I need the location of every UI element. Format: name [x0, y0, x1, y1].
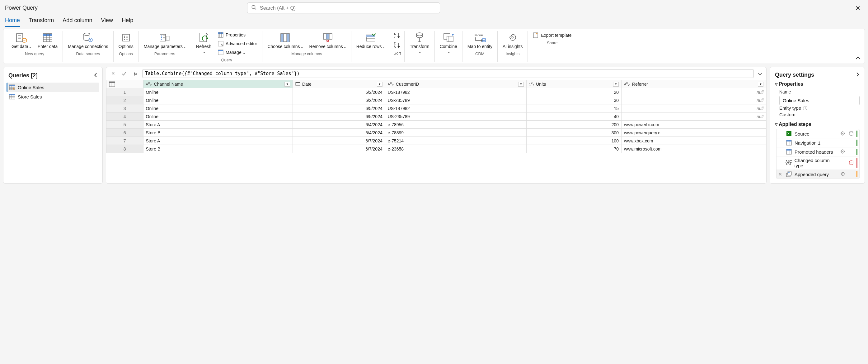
query-item[interactable]: Store Sales	[6, 92, 99, 101]
export-template-button[interactable]: Export template	[531, 31, 573, 39]
query-settings-expand-button[interactable]	[856, 72, 860, 78]
properties-section-toggle[interactable]: ▽ Properties	[775, 81, 860, 87]
row-number: 7	[106, 137, 144, 145]
ribbon-collapse-button[interactable]	[855, 55, 861, 61]
column-channel-name[interactable]: Channel Name	[154, 82, 183, 87]
sort-desc-button[interactable]: ZA	[393, 42, 401, 50]
step-database-icon[interactable]	[849, 160, 854, 166]
cell-customer: e-78956	[385, 121, 526, 129]
tab-help[interactable]: Help	[122, 17, 133, 27]
applied-step[interactable]: ✕ Promoted headers	[776, 147, 859, 156]
applied-step[interactable]: ✕ Appended query	[776, 170, 859, 178]
svg-text:X: X	[787, 132, 789, 136]
type-text-icon[interactable]: ABC	[388, 81, 394, 87]
chevron-down-icon: ▽	[775, 82, 777, 86]
info-icon[interactable]: i	[803, 106, 807, 110]
reduce-rows-icon	[365, 32, 377, 43]
ribbon-group-query: Query	[221, 58, 232, 62]
fx-icon[interactable]: fx	[131, 69, 140, 78]
tab-add-column[interactable]: Add column	[63, 17, 92, 27]
cell-customer: US-187982	[385, 104, 526, 112]
table-row[interactable]: 3 Online 6/5/2024 US-187982 15 null	[106, 104, 766, 112]
tab-view[interactable]: View	[101, 17, 113, 27]
query-item[interactable]: Online Sales	[6, 83, 99, 92]
manage-connections-button[interactable]: Manage connections	[66, 31, 110, 50]
svg-point-15	[90, 39, 91, 40]
close-button[interactable]: ✕	[853, 3, 863, 13]
step-settings-button[interactable]	[840, 171, 846, 177]
enter-data-button[interactable]: Enter data	[36, 31, 60, 50]
column-units[interactable]: Units	[536, 82, 546, 87]
table-row[interactable]: 5 Store A 6/4/2024 e-78956 200 www.power…	[106, 121, 766, 129]
column-filter-date[interactable]: ▼	[377, 82, 382, 87]
map-to-entity-button[interactable]: ∷∷ CDM Map to entity	[466, 31, 494, 50]
cell-customer: e-23658	[385, 145, 526, 153]
manage-button[interactable]: Manage ⌄	[216, 48, 259, 56]
table-row[interactable]: 8 Store B 6/7/2024 e-23658 70 www.micros…	[106, 145, 766, 153]
cell-customer: US-187982	[385, 88, 526, 96]
reduce-rows-button[interactable]: Reduce rows⌄	[354, 31, 387, 50]
step-database-icon[interactable]	[848, 131, 854, 137]
formula-input[interactable]	[145, 71, 751, 76]
options-button[interactable]: Options	[117, 31, 135, 50]
formula-cancel-button[interactable]: ✕	[108, 69, 117, 78]
manage-parameters-button[interactable]: Manage parameters⌄	[142, 31, 188, 50]
cell-referrer: www.powerquery.c...	[621, 129, 766, 137]
applied-steps-label: Applied steps	[779, 121, 811, 127]
table-row[interactable]: 7 Store A 6/7/2024 e-75214 100 www.xbox.…	[106, 137, 766, 145]
advanced-editor-button[interactable]: Advanced editor	[216, 39, 259, 48]
manage-connections-label: Manage connections	[68, 44, 108, 49]
sort-asc-button[interactable]: AZ	[393, 32, 401, 40]
type-text-icon[interactable]: ABC	[624, 81, 630, 87]
refresh-button[interactable]: Refresh⌄	[194, 31, 213, 55]
tab-transform[interactable]: Transform	[29, 17, 54, 27]
column-referrer[interactable]: Referrer	[632, 82, 648, 87]
formula-accept-button[interactable]	[120, 69, 128, 78]
ai-insights-button[interactable]: AI insights	[501, 31, 525, 50]
applied-step[interactable]: ✕ Navigation 1	[776, 138, 859, 147]
step-status-bar	[857, 140, 858, 146]
svg-rect-84	[9, 94, 15, 95]
refresh-label: Refresh	[196, 44, 211, 49]
column-filter-customer[interactable]: ▼	[518, 82, 524, 87]
column-date[interactable]: Date	[302, 82, 312, 87]
step-settings-button[interactable]	[840, 131, 846, 137]
column-filter-units[interactable]: ▼	[613, 82, 619, 87]
applied-step[interactable]: ✕ X Source	[776, 129, 859, 138]
table-row[interactable]: 2 Online 6/2/2024 US-235789 30 null	[106, 96, 766, 104]
step-icon: ABC123	[785, 160, 792, 166]
table-row[interactable]: 6 Store B 6/4/2024 e-78899 300 www.power…	[106, 129, 766, 137]
tab-home[interactable]: Home	[5, 17, 20, 27]
table-icon	[9, 84, 15, 90]
select-all-corner[interactable]	[106, 80, 144, 88]
options-icon	[120, 32, 132, 43]
type-number-icon[interactable]: 123	[529, 81, 534, 87]
applied-steps-section-toggle[interactable]: ▽ Applied steps	[775, 121, 860, 127]
ribbon-group-data-sources: Data sources	[76, 51, 100, 56]
step-delete-button[interactable]: ✕	[778, 171, 783, 177]
search-box[interactable]	[247, 2, 440, 13]
properties-button[interactable]: Properties	[216, 31, 259, 39]
queries-collapse-button[interactable]	[94, 73, 97, 79]
column-filter-referrer[interactable]: ▼	[758, 82, 764, 87]
get-data-button[interactable]: Get data⌄	[10, 31, 33, 50]
column-filter-channel[interactable]: ▼	[284, 82, 290, 87]
table-row[interactable]: 1 Online 6/2/2024 US-187982 20 null	[106, 88, 766, 96]
search-input[interactable]	[260, 5, 436, 11]
type-date-icon[interactable]	[296, 81, 300, 87]
remove-columns-button[interactable]: Remove columns⌄	[308, 31, 348, 50]
combine-button[interactable]: Combine⌄	[438, 31, 459, 55]
column-customer-id[interactable]: CustomerID	[396, 82, 419, 87]
svg-point-21	[124, 39, 125, 40]
transform-button[interactable]: Transform⌄	[408, 31, 431, 55]
type-text-icon[interactable]: ABC	[146, 81, 152, 87]
formula-expand-button[interactable]	[756, 71, 764, 76]
step-status-bar	[857, 171, 858, 177]
applied-step[interactable]: ✕ ABC123 Changed column type	[776, 156, 859, 170]
choose-columns-button[interactable]: Choose columns⌄	[266, 31, 305, 50]
step-icon: X	[786, 131, 792, 137]
step-settings-button[interactable]	[840, 149, 846, 155]
ribbon-group-insights: Insights	[506, 51, 520, 56]
query-name-input[interactable]	[779, 96, 860, 105]
table-row[interactable]: 4 Online 6/5/2024 US-235789 40 null	[106, 112, 766, 121]
